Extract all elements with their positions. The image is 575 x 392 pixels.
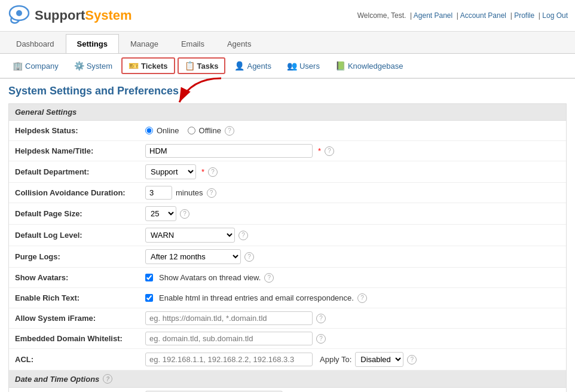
collision-label: Collision Avoidance Duration: [9,185,140,201]
profile-link[interactable]: Profile [514,11,534,20]
users-icon: 👥 [287,61,297,71]
subnav-company[interactable]: 🏢 Company [6,58,65,74]
online-radio-label[interactable]: Online [145,126,179,135]
subnav-agents[interactable]: 👤 Agents [228,58,277,74]
tab-emails[interactable]: Emails [170,34,216,53]
red-arrow [173,75,227,108]
required-star: * [318,146,321,155]
page-title: System Settings and Preferences [8,85,567,97]
domain-whitelist-label: Embedded Domain Whitelist: [9,330,140,347]
subnav-knowledgebase[interactable]: 📗 Knowledgebase [329,58,410,74]
tab-agents[interactable]: Agents [216,34,262,53]
subnav-tickets-label: Tickets [141,62,168,71]
show-avatars-label: Show Avatars: [9,270,140,286]
nav-tabs: Dashboard Settings Manage Emails Agents [0,32,575,54]
rich-text-text: Enable html in thread entries and email … [159,293,354,302]
collision-value: minutes ? [140,183,566,203]
header-right: Welcome, Test. | Agent Panel | Account P… [357,11,568,20]
collision-unit: minutes [176,188,203,197]
helpdesk-status-value: Online Offline ? [140,123,566,139]
logout-link[interactable]: Log Out [542,11,568,20]
offline-radio-label[interactable]: Offline [188,126,221,135]
date-time-help[interactable]: ? [103,374,112,384]
helpdesk-status-help[interactable]: ? [225,126,234,136]
helpdesk-status-label: Helpdesk Status: [9,122,140,139]
subnav-agents-label: Agents [247,62,271,71]
default-dept-row: Default Department: Support Sales Billin… [9,161,566,183]
log-level-select[interactable]: DEBUG INFO WARN ERROR [145,228,235,243]
log-level-label: Default Log Level: [9,227,140,243]
offline-label: Offline [199,126,221,135]
acl-row: ACL: Apply To: Disabled Enabled ? [9,349,566,370]
page-size-help[interactable]: ? [180,209,189,219]
iframe-row: Allow System iFrame: ? [9,308,566,329]
domain-whitelist-value: ? [140,329,566,348]
logo-icon [7,5,31,26]
purge-logs-value: After 1 month After 3 months After 6 mon… [140,246,566,267]
tickets-icon: 🎫 [129,61,139,71]
acl-apply-to-label: Apply To: [320,355,351,364]
subnav-tasks[interactable]: 📋 Tasks [178,57,226,74]
rich-text-checkbox[interactable] [145,294,153,302]
rich-text-help[interactable]: ? [357,293,367,303]
helpdesk-name-value: * ? [140,141,566,161]
subnav-company-label: Company [25,62,59,71]
iframe-input[interactable] [145,311,313,325]
tab-dashboard[interactable]: Dashboard [5,34,66,53]
company-icon: 🏢 [13,61,23,71]
subnav-tasks-label: Tasks [197,62,219,71]
content: System Settings and Preferences General … [0,79,575,392]
subnav-kb-label: Knowledgebase [348,62,403,71]
iframe-help[interactable]: ? [316,314,326,323]
iframe-label: Allow System iFrame: [9,310,140,326]
account-panel-link[interactable]: Account Panel [460,11,506,20]
helpdesk-status-row: Helpdesk Status: Online Offline ? [9,121,566,141]
acl-input[interactable] [145,353,313,366]
subnav-system-label: System [87,62,112,71]
page-size-select[interactable]: 10 25 50 100 [145,206,176,221]
purge-logs-select[interactable]: After 1 month After 3 months After 6 mon… [145,249,241,264]
sub-nav: 🏢 Company ⚙️ System 🎫 Tickets 📋 Tasks 👤 … [0,54,575,79]
tab-manage[interactable]: Manage [119,34,170,53]
page-size-value: 10 25 50 100 ? [140,203,566,224]
default-dept-label: Default Department: [9,164,140,180]
acl-label: ACL: [9,351,140,368]
show-avatars-text: Show Avatars on thread view. [159,273,261,282]
show-avatars-checkbox[interactable] [145,274,153,281]
general-settings-header: General Settings [9,104,566,121]
helpdesk-name-help[interactable]: ? [325,146,334,156]
show-avatars-value: Show Avatars on thread view. ? [140,270,566,286]
dept-required-star: * [201,167,204,176]
subnav-users-label: Users [299,62,320,71]
domain-whitelist-help[interactable]: ? [316,334,326,344]
log-level-help[interactable]: ? [238,231,248,240]
helpdesk-name-label: Helpdesk Name/Title: [9,143,140,159]
purge-logs-help[interactable]: ? [244,252,254,262]
collision-input[interactable] [145,186,172,200]
acl-help[interactable]: ? [407,355,417,365]
default-dept-help[interactable]: ? [208,167,218,177]
offline-radio[interactable] [188,127,195,134]
online-label: Online [157,126,179,135]
acl-value: Apply To: Disabled Enabled ? [140,349,566,370]
show-avatars-row: Show Avatars: Show Avatars on thread vie… [9,268,566,288]
tab-settings[interactable]: Settings [66,34,119,53]
default-locale-row: Default Locale: Use Language Preference … [9,388,566,392]
show-avatars-help[interactable]: ? [264,273,274,283]
subnav-users[interactable]: 👥 Users [280,58,326,74]
online-radio[interactable] [145,127,153,134]
acl-apply-to-select[interactable]: Disabled Enabled [355,352,403,367]
page-size-row: Default Page Size: 10 25 50 100 ? [9,203,566,225]
rich-text-row: Enable Rich Text: Enable html in thread … [9,288,566,308]
collision-help[interactable]: ? [207,188,216,198]
log-level-value: DEBUG INFO WARN ERROR ? [140,225,566,246]
helpdesk-name-input[interactable] [145,144,313,158]
agent-panel-link[interactable]: Agent Panel [414,11,452,20]
subnav-system[interactable]: ⚙️ System [68,58,119,74]
page-size-label: Default Page Size: [9,206,140,222]
tasks-icon: 📋 [185,61,195,71]
domain-whitelist-input[interactable] [145,332,313,345]
default-dept-select[interactable]: Support Sales Billing Technical [145,164,196,179]
welcome-text: Welcome, Test. [357,11,406,20]
subnav-tickets[interactable]: 🎫 Tickets [121,57,175,74]
